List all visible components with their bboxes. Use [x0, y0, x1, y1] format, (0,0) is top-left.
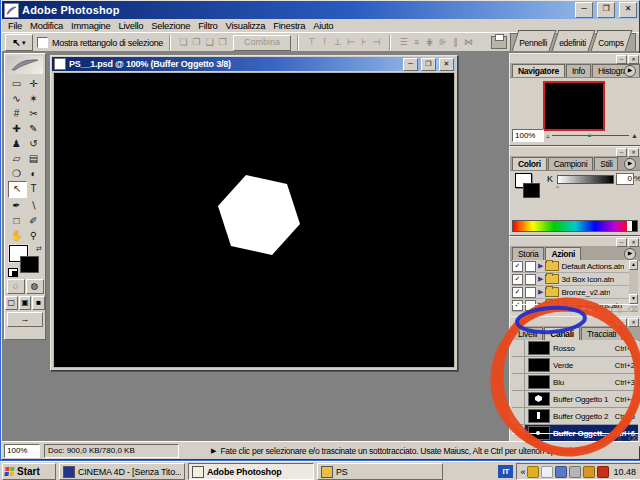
- healing-brush-tool[interactable]: ✚: [8, 121, 25, 136]
- hand-tool[interactable]: ✋: [8, 228, 25, 243]
- task-ps-folder[interactable]: PS: [317, 463, 443, 480]
- tab-livelli[interactable]: Livelli: [512, 327, 543, 340]
- zoom-slider-thumb[interactable]: ▲: [586, 132, 592, 138]
- standard-mode-button[interactable]: ◌: [7, 279, 25, 294]
- move-tool[interactable]: ✛: [25, 76, 42, 91]
- tray-icon-cinema4d[interactable]: [597, 466, 609, 478]
- maximize-icon[interactable]: ❐: [597, 2, 615, 18]
- palette-close-icon[interactable]: ✕: [628, 148, 639, 157]
- distribute-right-icon[interactable]: ⋈: [462, 36, 475, 49]
- add-shape-icon[interactable]: ❏: [177, 36, 190, 49]
- type-tool[interactable]: T: [25, 181, 42, 196]
- align-hcenter-icon[interactable]: ⊦: [357, 36, 370, 49]
- align-left-icon[interactable]: ⊢: [344, 36, 357, 49]
- menu-item[interactable]: Livello: [114, 20, 147, 31]
- record-icon[interactable]: ●: [584, 305, 588, 315]
- channel-verde[interactable]: Verde Ctrl+2: [512, 357, 638, 374]
- align-right-icon[interactable]: ⊣: [370, 36, 383, 49]
- tab-navigatore[interactable]: Navigatore: [512, 64, 565, 77]
- show-bounds-checkbox[interactable]: [37, 37, 48, 48]
- tab-storia[interactable]: Storia: [512, 247, 544, 260]
- fullscreen-menubar-button[interactable]: ▣: [19, 296, 32, 310]
- start-button[interactable]: Start: [2, 463, 56, 480]
- tray-icon-volume[interactable]: [569, 466, 581, 478]
- menu-item[interactable]: Finestra: [269, 20, 309, 31]
- align-vcenter-icon[interactable]: ⊺: [318, 36, 331, 49]
- palette-minimize-icon[interactable]: ─: [616, 238, 627, 247]
- eyedropper-tool[interactable]: ✐: [25, 213, 42, 228]
- minimize-icon[interactable]: ─: [575, 2, 593, 18]
- combine-button[interactable]: Combina: [233, 35, 291, 51]
- tray-icon-update[interactable]: [583, 466, 595, 478]
- tab-info[interactable]: Info: [566, 64, 591, 77]
- expand-triangle-icon[interactable]: ▶: [538, 262, 543, 270]
- zoom-slider[interactable]: ▲: [552, 135, 630, 136]
- eye-icon[interactable]: [512, 357, 525, 373]
- eye-icon[interactable]: [512, 340, 525, 356]
- action-dialog-toggle[interactable]: [525, 287, 536, 298]
- tab-stili[interactable]: Stili: [594, 157, 618, 170]
- stop-icon[interactable]: ■: [574, 305, 578, 315]
- slice-tool[interactable]: ✂: [25, 106, 42, 121]
- menu-item[interactable]: File: [4, 20, 26, 31]
- gradient-tool[interactable]: ▤: [25, 151, 42, 166]
- distribute-bottom-icon[interactable]: ⋕: [423, 36, 436, 49]
- menu-item[interactable]: Visualizza: [222, 20, 270, 31]
- file-browser-icon[interactable]: [491, 36, 507, 49]
- shape-tool[interactable]: □: [8, 213, 25, 228]
- action-dialog-toggle[interactable]: [525, 261, 536, 272]
- palette-minimize-icon[interactable]: ─: [616, 55, 627, 64]
- tab-campioni[interactable]: Campioni: [548, 157, 594, 170]
- distribute-top-icon[interactable]: ☰: [397, 36, 410, 49]
- tray-icon-page[interactable]: [541, 466, 553, 478]
- palette-minimize-icon[interactable]: ─: [616, 318, 627, 327]
- scroll-up-icon[interactable]: ▲: [629, 260, 638, 270]
- tab-tracciati[interactable]: Tracciati: [581, 327, 622, 340]
- palette-close-icon[interactable]: ✕: [628, 55, 639, 64]
- language-indicator[interactable]: IT: [498, 465, 513, 478]
- palette-menu-icon[interactable]: ▶: [624, 158, 636, 170]
- play-icon[interactable]: ▶: [595, 305, 600, 315]
- eye-icon[interactable]: [512, 408, 525, 424]
- document-title-bar[interactable]: PS__1.psd @ 100% (Buffer Oggetto 3/8) ─ …: [52, 57, 456, 71]
- action-check-icon[interactable]: ✓: [512, 274, 523, 285]
- palette-minimize-icon[interactable]: ─: [616, 148, 627, 157]
- background-color-swatch[interactable]: [20, 256, 39, 273]
- action-set-row[interactable]: ✓ ▶ 3d Box Icon.atn: [512, 273, 629, 286]
- task-cinema4d[interactable]: CINEMA 4D - [Senza Tito...: [59, 463, 185, 480]
- brush-tool[interactable]: ✎: [25, 121, 42, 136]
- blur-tool[interactable]: ❍: [8, 166, 25, 181]
- close-icon[interactable]: ✕: [619, 2, 637, 18]
- action-set-row[interactable]: ✓ ▶ Default Actions.atn: [512, 260, 629, 273]
- task-adobe-photoshop[interactable]: Adobe Photoshop: [188, 463, 314, 480]
- distribute-hcenter-icon[interactable]: ∥: [449, 36, 462, 49]
- color-spectrum-ramp[interactable]: [512, 220, 638, 232]
- tab-canali[interactable]: Canali: [544, 327, 580, 340]
- palette-close-icon[interactable]: ✕: [628, 318, 639, 327]
- zoom-tool[interactable]: ⚲: [25, 228, 42, 243]
- action-check-icon[interactable]: ✓: [512, 287, 523, 298]
- action-set-row[interactable]: ✓ ▶ Bronze_v2.atn: [512, 286, 629, 299]
- k-value-field[interactable]: 0: [616, 173, 634, 185]
- canvas[interactable]: [53, 72, 455, 368]
- menu-item[interactable]: Immagine: [67, 20, 114, 31]
- expand-triangle-icon[interactable]: ▶: [538, 288, 543, 296]
- channel-buffer-oggetto-1[interactable]: Buffer Oggetto 1 Ctrl+4: [512, 391, 638, 408]
- channel-rosso[interactable]: Rosso Ctrl+1: [512, 340, 638, 357]
- menu-item[interactable]: Aiuto: [309, 20, 337, 31]
- distribute-left-icon[interactable]: ⊪: [436, 36, 449, 49]
- document-size-indicator[interactable]: Doc: 900,0 KB/780,0 KB: [44, 444, 179, 458]
- channel-buffer-oggetto-2[interactable]: Buffer Oggetto 2 Ctrl+5: [512, 408, 638, 425]
- tray-icon-error[interactable]: [555, 466, 567, 478]
- clone-stamp-tool[interactable]: ♟: [8, 136, 25, 151]
- action-check-icon[interactable]: ✓: [512, 261, 523, 272]
- navigator-zoom-field[interactable]: 100%: [512, 129, 544, 142]
- tab-azioni[interactable]: Azioni: [545, 247, 581, 260]
- new-action-icon[interactable]: ▯: [618, 305, 622, 315]
- fullscreen-button[interactable]: ■: [32, 296, 45, 310]
- distribute-vcenter-icon[interactable]: ≡: [410, 36, 423, 49]
- doc-minimize-icon[interactable]: ─: [403, 58, 418, 71]
- palette-menu-icon[interactable]: ▶: [624, 65, 636, 77]
- history-brush-tool[interactable]: ↺: [25, 136, 42, 151]
- background-color-swatch[interactable]: [523, 183, 540, 198]
